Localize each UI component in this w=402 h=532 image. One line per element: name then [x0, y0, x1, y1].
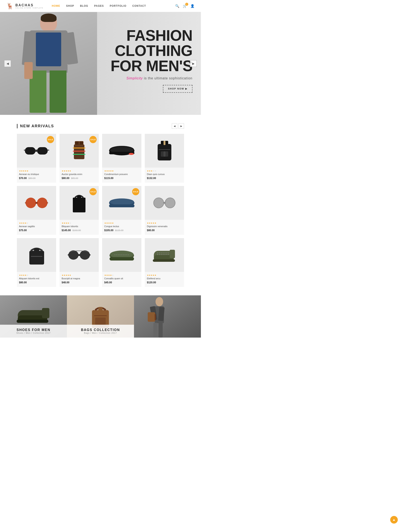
search-icon[interactable]: 🔍	[175, 4, 179, 8]
nav-portfolio[interactable]: PORTFOLIO	[110, 4, 126, 7]
product-info: ★★★★★ Bliquam lobortis $145.00 $160.00	[60, 220, 99, 235]
collection-sub: Shoes / Men / Collection 2017	[3, 332, 63, 334]
svg-rect-70	[155, 314, 156, 320]
product-price-wrap: $70.00 $80.00	[19, 177, 54, 180]
svg-rect-21	[163, 151, 165, 157]
product-card[interactable]: ★★★★★ Condimentum posuere $115.00	[102, 134, 141, 183]
product-info: ★★★★★ Diam quis cursus $132.00	[145, 168, 184, 183]
product-name: Diam quis cursus	[147, 173, 182, 175]
product-info: ★★★★★ Dignissim venenatis $80.00	[145, 220, 184, 235]
arrivals-prev-button[interactable]: ◀	[172, 123, 177, 129]
cart-badge: 0	[185, 3, 188, 6]
svg-rect-18	[163, 141, 165, 145]
product-old-price: $160.00	[72, 229, 81, 232]
product-card[interactable]: SALE ★★★★★ Congue lectus $105.00 $115.00	[102, 186, 141, 235]
hero-title: FASHION CLOTHING FOR MEN'S	[111, 28, 192, 73]
product-stars: ★★★★★	[147, 170, 182, 172]
svg-rect-44	[89, 254, 91, 255]
nav-shop[interactable]: SHOP	[66, 4, 74, 7]
account-icon[interactable]: 👤	[190, 4, 195, 8]
svg-rect-9	[73, 151, 85, 152]
hero-next-button[interactable]: ▶	[190, 60, 197, 67]
product-card[interactable]: ★★★★★ Aliquam lobortis est $80.00	[17, 238, 56, 287]
svg-point-30	[110, 198, 134, 205]
collection-model[interactable]	[134, 295, 201, 338]
hero-subtitle-rest: is the ultimate sophistication	[143, 76, 192, 80]
product-badge: SALE	[89, 188, 97, 195]
svg-point-46	[110, 251, 134, 258]
product-badge: SALE	[47, 136, 54, 143]
hero-subtitle-highlight: Simplicity	[126, 76, 143, 80]
svg-rect-19	[159, 149, 170, 150]
product-price-wrap: $75.00	[19, 229, 54, 232]
svg-rect-43	[68, 254, 69, 255]
nav-blog[interactable]: BLOG	[80, 4, 88, 7]
product-price-wrap: $145.00 $160.00	[62, 229, 97, 232]
product-stars: ★★★★★	[147, 222, 182, 224]
main-nav: HOME SHOP BLOG PAGES PORTFOLIO CONTACT	[52, 4, 175, 7]
product-price-wrap: $80.00	[19, 281, 54, 284]
nav-home[interactable]: HOME	[52, 4, 60, 7]
logo-name: BACHAS	[15, 3, 43, 7]
svg-rect-25	[25, 203, 26, 203]
svg-rect-2	[35, 150, 38, 152]
product-card[interactable]: ★★★★★ Eleifend arcu $120.00	[145, 238, 184, 287]
collection-label: SHOES FOR MEN Shoes / Men / Collection 2…	[0, 325, 67, 338]
collection-shoes[interactable]: SHOES FOR MEN Shoes / Men / Collection 2…	[0, 295, 67, 338]
product-price: $75.00	[19, 229, 27, 232]
product-card[interactable]: ★★★★★ Aenean sagittis $75.00	[17, 186, 56, 235]
product-card[interactable]: SALE ★★★★★ Bliquam lobortis $145.00 $160…	[60, 186, 99, 235]
collections-row: SHOES FOR MEN Shoes / Men / Collection 2…	[0, 295, 201, 338]
svg-rect-8	[73, 148, 85, 148]
product-name: Condimentum posuere	[104, 173, 139, 175]
product-info: ★★★★★ Eleifend arcu $120.00	[145, 272, 184, 287]
product-visual	[145, 186, 184, 220]
hero-subtitle: Simplicity is the ultimate sophisticatio…	[111, 76, 192, 80]
nav-pages[interactable]: PAGES	[94, 4, 104, 7]
product-card[interactable]: SALE ★★★★★ Auctor gravida enim $8	[60, 134, 99, 183]
product-name: Convallis quam sit	[104, 277, 139, 280]
product-info: ★★★★★ Aenean sagittis $75.00	[17, 220, 56, 235]
product-name: Congue lectus	[104, 225, 139, 228]
product-stars: ★★★★★	[19, 222, 54, 224]
collection-bags[interactable]: BAGS COLLECTION Bags / Men / Collection …	[67, 295, 134, 338]
hero-cta-button[interactable]: SHOP NOW ▶	[163, 85, 192, 93]
nav-contact[interactable]: CONTACT	[132, 4, 146, 7]
product-info: ★★★★★ Convallis quam sit $45.00	[102, 272, 141, 287]
svg-rect-68	[158, 323, 163, 338]
product-price-wrap: $132.00	[147, 177, 182, 180]
product-card[interactable]: SALE ★★★★★ Aenean eu tristique $70.00	[17, 134, 56, 183]
product-price: $132.00	[147, 177, 156, 180]
logo-icon: 🦌	[6, 3, 14, 10]
product-card[interactable]: ★★★★★ Convallis quam sit $45.00	[102, 238, 141, 287]
product-card[interactable]: ★★★★★ Diam quis cursus $132.00	[145, 134, 184, 183]
product-visual	[102, 134, 141, 168]
hero-prev-button[interactable]: ◀	[4, 60, 11, 67]
logo-sub: ONLINE STORE TEMPLATE	[15, 7, 43, 9]
hero-section: FASHION CLOTHING FOR MEN'S Simplicity is…	[0, 12, 201, 115]
product-card[interactable]: ★★★★★ Dignissim venenatis $80.00	[145, 186, 184, 235]
collection-title: SHOES FOR MEN	[3, 328, 63, 332]
product-stars: ★★★★★	[62, 222, 97, 224]
logo[interactable]: 🦌 BACHAS ONLINE STORE TEMPLATE	[6, 3, 43, 10]
product-image-wrap	[17, 238, 56, 272]
svg-rect-0	[25, 147, 35, 155]
product-name: Aenean sagittis	[19, 225, 54, 228]
product-card[interactable]: ★★★★★ Busciplt at magna $48.00	[60, 238, 99, 287]
product-info: ★★★★★ Condimentum posuere $115.00	[102, 168, 141, 183]
product-price: $80.00	[147, 229, 155, 232]
product-price-wrap: $120.00	[147, 281, 182, 284]
product-image-wrap: SALE	[102, 186, 141, 220]
svg-rect-26	[47, 203, 48, 203]
svg-point-63	[156, 297, 163, 306]
svg-rect-52	[153, 259, 175, 262]
product-price: $115.00	[104, 177, 113, 180]
product-image-wrap: SALE	[17, 134, 56, 168]
product-price: $80.00	[62, 177, 69, 180]
svg-rect-69	[148, 312, 155, 322]
collection-title: BAGS COLLECTION	[70, 328, 130, 332]
cart-icon[interactable]: 🛒 0	[183, 4, 187, 8]
product-name: Auctor gravida enim	[62, 173, 97, 175]
product-info: ★★★★★ Aenean eu tristique $70.00 $80.00	[17, 168, 56, 183]
arrivals-next-button[interactable]: ▶	[179, 123, 184, 129]
